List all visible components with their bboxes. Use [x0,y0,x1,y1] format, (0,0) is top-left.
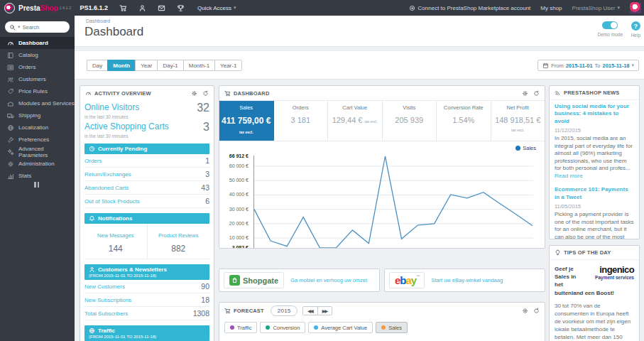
range-month-1-button[interactable]: Month-1 [183,60,214,71]
active-carts-value: 3 [203,121,209,133]
user-menu[interactable]: PrestaShop User▾ [572,5,620,11]
demo-mode-toggle[interactable] [602,21,618,29]
sidebar-item-price-rules[interactable]: Price Rules [0,85,75,97]
kpi-strip: Sales411 759,00 € tax excl. Orders3 181 … [219,100,545,141]
search-scope-caret-icon[interactable]: ▾ [18,24,21,30]
kpi-orders[interactable]: Orders3 181 [274,101,329,141]
sidebar-item-preferences[interactable]: Preferences [0,134,75,146]
user-avatar[interactable] [630,2,641,13]
shopgate-logo[interactable]: Shopgate [224,272,284,288]
collapse-menu-icon[interactable] [34,182,39,188]
messages-icon[interactable] [158,4,165,12]
range-day-1-button[interactable]: Day-1 [157,60,182,71]
cart-icon[interactable] [119,4,127,12]
orders-link[interactable]: Orders [84,158,102,164]
total-subscribers-link[interactable]: Total Subscribers [84,310,128,317]
search-input[interactable] [23,24,60,31]
traffic-header: Traffic (FROM 2015-11-01 TO 2015-11-18) [84,325,209,341]
demo-mode-control: Demo mode [598,21,623,37]
customers-row: New Customers90 [84,280,209,293]
pending-row: Out of Stock Products6 [84,195,209,208]
forecast-conversion-toggle[interactable]: Conversion [260,322,305,333]
active-carts-subtitle: in the last 30 minutes [84,134,209,139]
sidebar-item-administration[interactable]: Administration [0,158,75,170]
legend-dot-icon [515,146,520,151]
traffic-dot-icon [230,325,234,330]
sidebar-item-localization[interactable]: Localization [0,121,75,134]
range-month-button[interactable]: Month [107,60,135,71]
ebay-logo[interactable]: ebay™ [389,272,425,288]
customers-icon[interactable] [138,4,146,12]
settings-icon[interactable] [522,308,528,314]
active-carts-link[interactable]: Active Shopping Carts [84,121,169,131]
shop-version-label: PS1.6.1.2 [80,4,108,11]
abandoned-carts-link[interactable]: Abandoned Carts [84,185,129,191]
sidebar-item-orders[interactable]: Orders [0,61,75,73]
news-article-title[interactable]: Using social media for your business: 4 … [555,103,634,125]
new-subscriptions-link[interactable]: New Subscriptions [84,297,131,303]
sidebar-item-stats[interactable]: Stats [0,170,75,182]
chart-plot-area [253,156,533,249]
marketplace-link[interactable]: Connect to PrestaShop Marketplace accoun… [409,5,531,11]
forecast-traffic-toggle[interactable]: Traffic [224,322,257,333]
news-article: Ecommerce 101: Payments in a Tweet 11/05… [555,186,634,239]
kpi-sales[interactable]: Sales411 759,00 € tax excl. [219,101,274,141]
kpi-cart-value[interactable]: Cart Value129,44 € tax excl. [328,101,383,141]
range-year-1-button[interactable]: Year-1 [214,60,242,71]
range-year-button[interactable]: Year [135,60,157,71]
prestashop-logo[interactable] [4,3,15,13]
kpi-net-profit[interactable]: Net Profit148 918,51 € tax excl. [491,101,545,141]
news-article-title[interactable]: Ecommerce 101: Payments in a Tweet [555,186,634,201]
top-bar: PrestaShop 1.6.1.2 PS1.6.1.2 Quick Acces… [0,0,644,16]
date-range-picker[interactable]: From2015-11-01 To2015-11-18 ▾ [537,60,639,71]
forecast-legend: Traffic Conversion Average Cart Value Sa… [219,318,545,337]
next-year-button[interactable]: ▶▶ [318,307,332,315]
refresh-icon[interactable] [202,90,209,97]
help-label: Help [631,33,640,38]
ebay-link[interactable]: Start uw eBay-winkel vandaag [431,277,503,283]
chart-y-axis: 3 082 €10 000 €20 000 €30 000 €40 000 €5… [219,156,251,249]
sidebar-item-shipping[interactable]: Shipping [0,109,75,121]
marketplace-icon [409,5,415,11]
out-of-stock-link[interactable]: Out of Stock Products [84,198,140,205]
demo-mode-label: Demo mode [598,32,623,37]
settings-icon[interactable] [191,90,197,97]
online-visitors-subtitle: in the last 30 minutes [84,114,209,119]
returns-link[interactable]: Return/Exchanges [84,171,131,178]
read-more-link[interactable]: Read more [555,173,583,179]
sidebar-item-dashboard[interactable]: Dashboard [0,37,75,49]
trophy-icon[interactable] [177,4,185,12]
online-visitors-link[interactable]: Online Visitors [84,102,139,112]
currently-pending-header: Currently Pending [84,144,209,154]
sidebar-search[interactable]: ▾ [5,21,70,33]
new-customers-link[interactable]: New Customers [84,283,125,290]
refresh-icon[interactable] [533,308,540,314]
prev-year-button[interactable]: ◀◀ [303,307,317,315]
help-icon[interactable]: ? [631,21,640,31]
sidebar-item-catalog[interactable]: Catalog [0,49,75,61]
new-messages-link[interactable]: New Messages [97,232,133,239]
kpi-visits[interactable]: Visits205 939 [383,101,437,141]
truck-icon [7,112,14,119]
pending-row: Return/Exchanges3 [84,168,209,181]
sidebar-item-advanced-parameters[interactable]: Advanced Parameters [0,146,75,158]
kpi-conversion-rate[interactable]: Conversion Rate1.54% [437,101,491,141]
pending-row: Orders1 [84,154,209,168]
sidebar-item-modules[interactable]: Modules and Services [0,97,75,109]
sidebar-item-customers[interactable]: Customers [0,73,75,85]
quick-access-menu[interactable]: Quick Access▾ [197,5,236,11]
globe-icon [89,328,95,334]
my-shop-link[interactable]: My shop [540,5,562,11]
settings-icon[interactable] [522,90,528,97]
breadcrumb[interactable]: Dashboard [86,18,110,23]
chart-legend[interactable]: Sales [515,145,536,151]
refresh-icon[interactable] [533,90,540,97]
product-reviews-link[interactable]: Product Reviews [158,232,198,239]
forecast-year[interactable]: 2015 [271,305,298,316]
bell-icon [89,215,95,222]
shopgate-link[interactable]: Ga mobiel en verhoog uw omzet [290,277,367,283]
range-day-button[interactable]: Day [87,60,107,71]
forecast-avg-cart-toggle[interactable]: Average Cart Value [308,322,373,333]
customers-row: Total Subscribers1308 [84,307,209,320]
forecast-sales-toggle[interactable]: Sales [376,322,408,333]
